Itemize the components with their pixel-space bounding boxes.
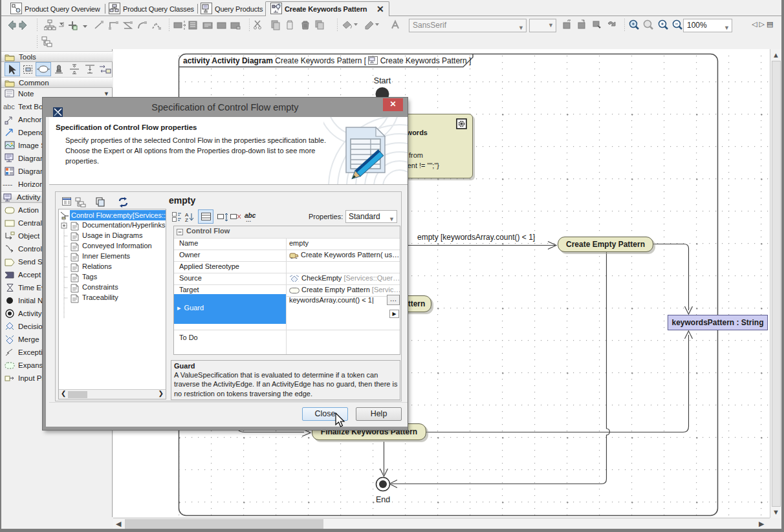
svg-text:Z: Z (185, 217, 188, 223)
svg-text:...: ... (246, 216, 251, 223)
